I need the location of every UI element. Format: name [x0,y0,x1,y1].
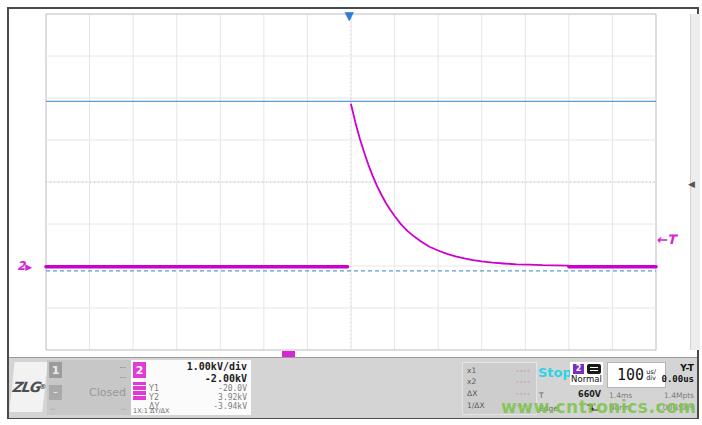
cursor-inv-dx-label: 1/ΔX [467,401,485,410]
waveform-display: ▼ ←T 2▶ ◀ [9,9,697,357]
timebase-scale: 100 [617,366,644,384]
cursor-dx-label: ΔX [467,389,477,398]
cursor-y2-label: Y2 [149,393,159,402]
channel2-position-marker[interactable]: 2▶ [17,259,32,273]
cursor-dy-value: -3.94kV [213,402,247,411]
channel1-probe: -- [50,405,55,413]
cursor-x1-value: ---- [516,366,531,375]
channel1-badge: 1 [49,362,62,378]
cursor-y2-value: 3.92kV [218,393,247,402]
channel1-status: Closed [89,386,126,399]
cursor-y1-label: Y1 [149,384,159,393]
trigger-delay: 0.00us [661,374,694,384]
trigger-source-box[interactable]: 2 Normal [570,362,603,385]
cursor-x2-label: x2 [467,377,476,386]
zlg-logo: ZLG® [9,362,47,412]
logo-registered-mark: ® [39,383,46,391]
channel2-block[interactable]: 2 1.00kV/div -2.00kV Y1 -20.0V Y2 3.92kV… [131,360,251,415]
trigger-source-badge: 2 [573,364,584,374]
channel2-badge: 2 [133,362,146,378]
channel2-waveform-icon [133,382,146,400]
scope-window: ▼ ←T 2▶ ◀ ZLG® 1 -- -- – Closed -- -- 2 … [7,7,699,419]
channel2-vdiv: 1.00kV/div [187,361,247,372]
trigger-position-marker-icon[interactable]: ▼ [345,10,354,22]
right-arrow-icon: ▶ [25,262,32,272]
display-mode: Y-T [680,363,694,373]
channel1-coupling-icon: – [49,385,62,400]
cursor-y1-value: -20.0V [218,384,247,393]
timebase-unit-bottom: div [646,374,656,382]
channel1-extra: -- [121,405,126,413]
cursor-x1-label: x1 [467,366,476,375]
trigger-level-marker[interactable]: ←T [656,232,676,247]
trigger-coupling-icon [587,364,601,374]
cursor-x2-value: ---- [516,377,531,386]
delta-ratio-icon: ΔY/ΔX [150,407,170,415]
menu-collapse-icon[interactable]: ◀ [688,179,695,189]
channel1-vdiv: -- [120,362,127,372]
logo-text: ZLG [11,379,40,395]
timebase-scale-box[interactable]: 100 us/div [607,362,666,388]
waveform-svg [9,9,697,357]
channel1-block[interactable]: 1 -- -- – Closed -- -- [47,360,131,415]
watermark: www.cntronics.com [501,397,696,417]
channel2-probe: 1X:1 ΔY/ΔX [133,407,170,415]
channel2-offset: -2.00kV [205,373,247,384]
channel2-probe-ratio: 1X:1 [133,407,148,415]
run-state-badge[interactable]: Stop [538,365,572,380]
channel1-offset: -- [120,372,127,382]
trigger-mode: Normal [570,374,603,384]
trigger-level-marker-label: ←T [656,232,676,247]
